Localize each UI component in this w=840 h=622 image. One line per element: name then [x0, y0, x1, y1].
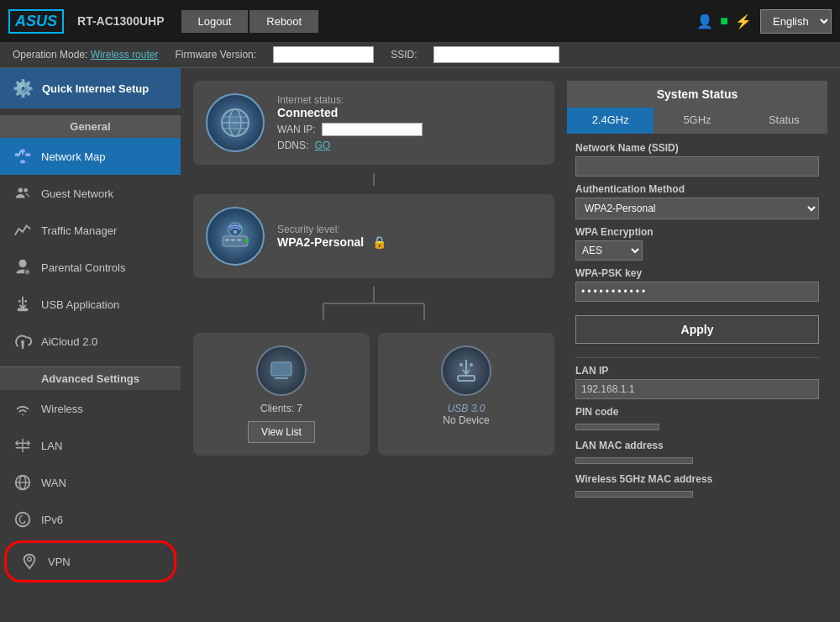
info-bar: Operation Mode: Wireless router Firmware… [0, 42, 840, 68]
sidebar-item-network-map[interactable]: Network Map [0, 138, 181, 175]
network-map-icon [13, 146, 33, 166]
sidebar-general: General Network Map Guest Network Traffi… [0, 108, 181, 366]
quick-setup-label: Quick Internet Setup [42, 82, 149, 95]
firmware-input[interactable] [273, 46, 374, 63]
tab-24ghz[interactable]: 2.4GHz [567, 108, 654, 134]
svg-rect-26 [231, 239, 235, 241]
lan-icon [13, 435, 33, 456]
sidebar-item-label: Wireless [41, 403, 83, 415]
sidebar-item-ipv6[interactable]: IPv6 [0, 501, 181, 538]
ssid-input[interactable] [433, 46, 559, 63]
clients-node: Clients: 7 View List [193, 333, 370, 456]
aicloud-icon [13, 331, 33, 351]
logo-model: RT-AC1300UHP [77, 14, 164, 28]
ddns-link[interactable]: GO [315, 140, 331, 151]
system-status-content: Network Name (SSID) Authentication Metho… [567, 134, 827, 515]
network-name-input[interactable] [575, 156, 819, 177]
content-area: Internet status: Connected WAN IP: DDNS:… [181, 68, 840, 622]
sidebar-item-usb-application[interactable]: USB Application [0, 286, 181, 323]
svg-point-8 [24, 188, 28, 192]
security-info: Security level: WPA2-Personal 🔒 [277, 224, 542, 249]
lan-ip-field: LAN IP 192.168.1.1 [575, 365, 819, 399]
v-connector-1 [193, 173, 554, 186]
header-right: 👤 ■ ⚡ English [696, 9, 832, 34]
logo: ASUS RT-AC1300UHP [8, 9, 165, 34]
ipv6-icon [13, 509, 33, 530]
wpa-psk-input[interactable] [575, 282, 819, 302]
sidebar-item-label: WAN [41, 477, 66, 489]
clients-icon [256, 345, 307, 396]
wan-icon [13, 472, 33, 493]
svg-rect-3 [26, 153, 30, 156]
svg-point-11 [24, 300, 27, 303]
wpa-psk-field: WPA-PSK key [575, 267, 819, 302]
network-name-label: Network Name (SSID) [575, 142, 819, 154]
parental-controls-icon [13, 257, 33, 277]
apply-button[interactable]: Apply [575, 315, 819, 344]
auth-method-select[interactable]: WPA2-Personal WPA-Personal Open System [575, 198, 819, 219]
general-title: General [0, 115, 181, 138]
svg-point-24 [234, 230, 237, 234]
lock-icon: 🔒 [372, 235, 386, 249]
ddns-row: DDNS: GO [277, 140, 542, 151]
sidebar-item-vpn[interactable]: VPN [4, 540, 176, 582]
ssid-label: SSID: [391, 49, 417, 61]
sidebar-item-traffic-manager[interactable]: Traffic Manager [0, 212, 181, 249]
usb-icon [441, 345, 491, 396]
svg-point-10 [18, 300, 21, 303]
quick-setup-icon: ⚙️ [13, 78, 34, 98]
sidebar-item-lan[interactable]: LAN [0, 427, 181, 464]
sidebar-item-label: USB Application [41, 298, 119, 311]
security-level-value: WPA2-Personal 🔒 [277, 235, 542, 249]
lan-mac-value [575, 457, 693, 464]
usb-device-label: No Device [443, 414, 489, 426]
operation-mode-value[interactable]: Wireless router [91, 49, 159, 61]
security-box: Security level: WPA2-Personal 🔒 [193, 194, 554, 278]
usb-application-icon [13, 294, 33, 314]
ddns-label: DDNS: [277, 140, 308, 151]
usb-label: USB 3.0 [448, 403, 486, 414]
sidebar-item-wan[interactable]: WAN [0, 464, 181, 501]
svg-point-36 [459, 363, 463, 366]
sidebar-item-aicloud[interactable]: AiCloud 2.0 [0, 323, 181, 360]
main-layout: ⚙️ Quick Internet Setup General Network … [0, 68, 840, 622]
view-list-button[interactable]: View List [248, 421, 315, 443]
sidebar-item-label: Network Map [41, 150, 106, 163]
advanced-settings-title: Advanced Settings [0, 366, 181, 390]
tab-status[interactable]: Status [741, 108, 827, 134]
pin-code-value [575, 424, 659, 430]
logout-button[interactable]: Logout [181, 10, 249, 33]
sidebar-item-parental-controls[interactable]: Parental Controls [0, 249, 181, 286]
reboot-button[interactable]: Reboot [249, 10, 318, 33]
svg-line-4 [19, 151, 20, 156]
network-name-field: Network Name (SSID) [575, 142, 819, 177]
sidebar-item-label: Guest Network [41, 187, 113, 200]
wpa-encryption-select[interactable]: AES TKIP [575, 240, 643, 261]
network-icon: ■ [720, 13, 728, 29]
map-section: Internet status: Connected WAN IP: DDNS:… [193, 81, 554, 610]
auth-method-label: Authentication Method [575, 183, 819, 195]
system-status-title: System Status [567, 81, 827, 108]
lan-mac-field: LAN MAC address [575, 440, 819, 466]
internet-status-label: Internet status: [277, 94, 542, 106]
user-icon: 👤 [696, 13, 713, 29]
wan-ip-input[interactable] [322, 123, 423, 136]
svg-rect-1 [20, 150, 25, 153]
svg-point-16 [28, 557, 32, 561]
header-buttons: Logout Reboot [181, 10, 319, 33]
tab-5ghz[interactable]: 5GHz [654, 108, 740, 134]
clients-label: Clients: 7 [260, 403, 302, 414]
quick-internet-setup[interactable]: ⚙️ Quick Internet Setup [0, 68, 181, 108]
sidebar-item-label: Parental Controls [41, 261, 125, 274]
sidebar-item-label: IPv6 [41, 514, 63, 526]
sidebar-item-label: LAN [41, 440, 62, 452]
sidebar-item-wireless[interactable]: Wireless [0, 390, 181, 427]
internet-status-value: Connected [277, 106, 542, 119]
sidebar-item-guest-network[interactable]: Guest Network [0, 175, 181, 212]
network-map-content: Internet status: Connected WAN IP: DDNS:… [181, 68, 840, 622]
traffic-manager-icon [13, 220, 33, 240]
language-select[interactable]: English [760, 9, 832, 34]
svg-point-15 [16, 513, 30, 527]
svg-point-28 [244, 239, 248, 242]
wan-ip-label: WAN IP: [277, 124, 316, 135]
